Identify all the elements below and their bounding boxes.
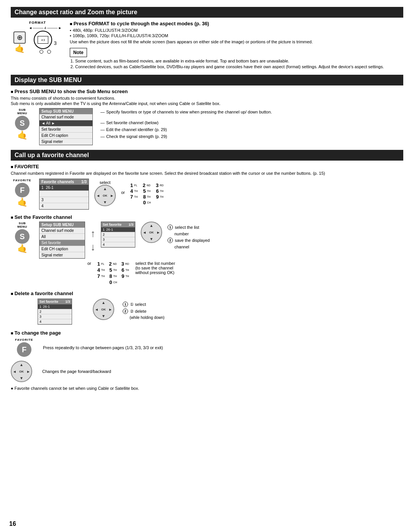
- set-fav-dpad-left: ◄: [143, 230, 146, 235]
- sub-menu-screen: Setup SUB MENU Channel surf mode ◄ All ►…: [39, 108, 93, 145]
- num-6-sup: TH: [160, 190, 163, 192]
- set-fav-sub-label: SUBMENU: [17, 222, 27, 228]
- fav-screen-title: Favorite channels: [41, 180, 74, 184]
- set-fav-dpad-circle: ▲ ▼ ◄ ► OK: [141, 222, 162, 243]
- del-fav-title: Set favorite: [39, 300, 58, 304]
- num-buttons: 1FL 2ND 3RD 4TH 5TH 6TH 7TH 8TH: [130, 182, 164, 205]
- num-1-sup: FL: [134, 184, 137, 187]
- del-fav-ch-0: 26-1: [43, 305, 50, 309]
- sub-menu-row-4: Signal meter: [39, 139, 92, 145]
- sfn-7: 7: [97, 273, 100, 279]
- set-fav-or: or: [87, 261, 91, 266]
- change-page-dpad-up: ▲: [20, 363, 23, 367]
- format-description: Use when the picture does not fill the w…: [70, 39, 403, 44]
- delete-dpad-left: ◄: [95, 307, 99, 312]
- sfn-6: 6: [122, 267, 124, 273]
- change-page-fav-label: FAVORITE: [15, 338, 33, 342]
- num-0-sup: CH: [147, 201, 151, 204]
- set-fav-screen-header: Set favorite 1/3: [101, 222, 135, 227]
- dpad-up: ▲: [103, 187, 107, 191]
- set-fav-setup-row-3: Edit CH caption: [39, 246, 85, 252]
- step1-cont: number: [168, 232, 210, 236]
- arrows-updown: ↑ ↓: [90, 228, 95, 253]
- set-fav-num-row-3: 7TH 8TH 9TH: [97, 273, 129, 279]
- format-desc-text: Use when the picture does not fill the w…: [70, 39, 313, 44]
- del-circled-1: 1: [123, 302, 128, 307]
- format-button: ⊕: [13, 31, 26, 44]
- set-fav-dpad-up: ▲: [150, 223, 153, 228]
- delete-fav-screen-area: Set favorite 1/3 1 26-1 2 3: [38, 299, 72, 325]
- sub-button-area: SUBMENU S 🤙: [11, 108, 34, 140]
- num-4: 4: [130, 188, 133, 194]
- sub-menu-title: Display the SUB MENU: [15, 77, 82, 83]
- step2-text: save the displayed: [175, 238, 210, 243]
- del-fav-row-3: 4: [38, 319, 72, 324]
- set-fav-num-desc-save: (to save the channel: [135, 266, 175, 270]
- sub-menu-desc2-text: Sub menu is only available when the TV i…: [11, 101, 220, 106]
- sub-hand-icon: 🤙: [17, 130, 28, 140]
- num-row-1: 1FL 2ND 3RD: [130, 182, 164, 188]
- format-title: Press FORMAT to cycle through the aspect…: [70, 21, 403, 26]
- callout-text-4: Check the signal strength (p. 29): [106, 134, 167, 139]
- callout-text-3: Edit the channel identifier (p. 29): [106, 127, 167, 132]
- del-fav-num-2: 3: [39, 315, 41, 319]
- sub-menu-item-4: Signal meter: [41, 140, 63, 144]
- set-fav-row-0: 1 26-1: [101, 227, 135, 232]
- num-5-sup: TH: [147, 190, 151, 192]
- sfn-7-sup: TH: [101, 275, 105, 277]
- set-fav-title-text: Set the Favorite channel: [15, 214, 72, 220]
- set-fav-dpad-down: ▼: [150, 237, 153, 241]
- delete-dpad: ▲ ▼ ◄ ► OK: [93, 299, 114, 320]
- hand-icon: 🤙: [15, 44, 25, 54]
- set-fav-screen-page: 1/3: [128, 223, 133, 227]
- sfn-0-sup: CH: [113, 281, 117, 284]
- favorite-hand-icon: 🤙: [17, 197, 28, 207]
- step1-text: select the list: [175, 225, 199, 230]
- del-fav-row-1: 2: [38, 309, 72, 314]
- select-area: select ▲ ▼ ◄ ► OK: [94, 180, 116, 206]
- sub-menu-press-title: Press SUB MENU to show the Sub Menu scre…: [11, 89, 403, 94]
- delete-dpad-right: ►: [108, 307, 112, 312]
- delete-step1: 1 ① select: [123, 302, 164, 307]
- set-fav-setup-screen: Setup SUB MENU Channel surf mode All Set…: [39, 222, 85, 259]
- arrow-down: ↓: [90, 241, 95, 253]
- num-9: 9: [156, 194, 159, 200]
- set-fav-dpad-ok: OK: [149, 231, 154, 234]
- callout-lines: — Specify favorites or type of channels …: [100, 110, 272, 139]
- dpad-ok: OK: [103, 194, 107, 197]
- format-icon-area: FORMAT ⊕ 🤙 ◄ ——— 4 ———: [11, 21, 64, 54]
- favorite-section: Call up a favorite channel FAVORITE Chan…: [11, 150, 403, 391]
- num-8-sup: TH: [147, 195, 151, 198]
- dpad: ▲ ▼ ◄ ► OK: [94, 185, 116, 206]
- sub-label: SUBMENU: [17, 108, 27, 115]
- delete-step2-sub: (while holding down): [123, 315, 164, 320]
- callout-text-2: Set favorite channel (below): [106, 120, 158, 125]
- del-fav-num-1: 2: [39, 310, 41, 314]
- fav-num-1: [41, 192, 43, 196]
- or-text: or: [121, 190, 125, 195]
- sfn-8: 8: [109, 273, 112, 279]
- change-page-fav-area: FAVORITE F: [11, 338, 38, 357]
- callout-text-1: Specify favorites or type of channels to…: [106, 110, 272, 114]
- set-fav-setup-item-4: Signal meter: [41, 253, 63, 257]
- delete-dpad-ok: OK: [101, 308, 106, 311]
- delete-fav-header: Set favorite 1/3: [38, 299, 72, 304]
- sub-menu-press-text: Press SUB MENU to show the Sub Menu scre…: [15, 89, 128, 94]
- set-fav-or-row: or 1FL 2ND 3RD 4TH 5TH 6TH: [87, 261, 403, 285]
- set-fav-setup-row-0: Channel surf mode: [39, 228, 85, 234]
- format-ref: (p. 36): [194, 21, 209, 26]
- note-list: Some content, such as film-based movies,…: [70, 59, 403, 69]
- step1-cont-text: number: [174, 232, 189, 236]
- set-fav-setup-row-1: All: [39, 234, 85, 240]
- set-fav-num-1: 2: [103, 233, 105, 236]
- aspect-circle: 4:3: [34, 31, 52, 49]
- set-fav-num-3: 4: [103, 243, 105, 246]
- set-fav-dpad-right: ►: [156, 230, 160, 235]
- sub-menu-desc1: This menu consists of shortcuts to conve…: [11, 96, 403, 100]
- step1: 1 select the list: [168, 225, 210, 230]
- set-fav-num-2: 3: [103, 238, 105, 241]
- favorite-desc-text: Channel numbers registered in Favorite a…: [11, 171, 325, 176]
- set-fav-num-0: 1: [103, 228, 105, 232]
- sfn-2: 2: [109, 261, 112, 267]
- change-page-dpad: ▲ ▼ ◄ ► OK: [11, 361, 32, 382]
